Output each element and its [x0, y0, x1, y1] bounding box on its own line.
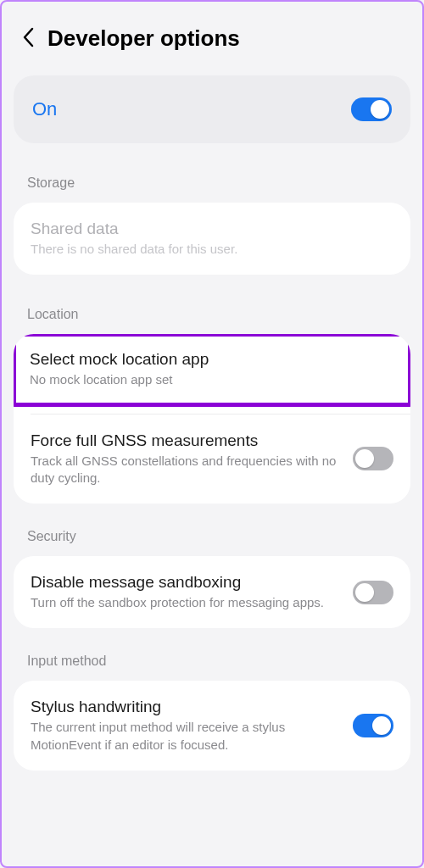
master-toggle[interactable] [351, 97, 392, 121]
mock-location-text: Select mock location app No mock locatio… [30, 350, 394, 388]
section-header-location: Location [2, 278, 422, 331]
toggle-knob [355, 449, 374, 468]
toggle-knob [372, 716, 391, 735]
section-header-security: Security [2, 507, 422, 553]
shared-data-text: Shared data There is no shared data for … [31, 220, 393, 258]
section-header-input: Input method [2, 632, 422, 677]
stylus-title: Stylus handwriting [31, 698, 339, 716]
header: Developer options [2, 2, 422, 69]
stylus-text: Stylus handwriting The current input met… [31, 698, 339, 754]
gnss-toggle[interactable] [353, 447, 393, 470]
location-card: Select mock location app No mock locatio… [14, 334, 410, 504]
shared-data-row[interactable]: Shared data There is no shared data for … [14, 203, 410, 275]
disable-sandbox-row[interactable]: Disable message sandboxing Turn off the … [14, 556, 410, 628]
input-card: Stylus handwriting The current input met… [14, 681, 410, 771]
section-header-storage: Storage [2, 147, 422, 199]
stylus-sub: The current input method will receive a … [31, 719, 339, 754]
gnss-text: Force full GNSS measurements Track all G… [31, 431, 339, 487]
master-toggle-card[interactable]: On [14, 75, 410, 143]
storage-card: Shared data There is no shared data for … [14, 203, 410, 275]
toggle-knob [355, 583, 374, 602]
sandbox-text: Disable message sandboxing Turn off the … [31, 573, 339, 611]
back-icon[interactable] [22, 27, 34, 51]
highlight-box: Select mock location app No mock locatio… [14, 334, 410, 406]
stylus-toggle[interactable] [353, 714, 393, 737]
page-title: Developer options [47, 25, 240, 52]
shared-data-title: Shared data [31, 220, 393, 238]
select-mock-location-row[interactable]: Select mock location app No mock locatio… [16, 337, 408, 402]
force-gnss-row[interactable]: Force full GNSS measurements Track all G… [14, 415, 410, 504]
master-toggle-label: On [32, 98, 57, 120]
sandbox-title: Disable message sandboxing [31, 573, 339, 592]
gnss-title: Force full GNSS measurements [31, 431, 339, 450]
sandbox-sub: Turn off the sandbox protection for mess… [31, 594, 339, 611]
sandbox-toggle[interactable] [353, 581, 393, 604]
gnss-sub: Track all GNSS constellations and freque… [31, 453, 339, 487]
mock-location-sub: No mock location app set [30, 371, 394, 388]
stylus-handwriting-row[interactable]: Stylus handwriting The current input met… [14, 681, 410, 771]
toggle-knob [371, 100, 389, 119]
security-card: Disable message sandboxing Turn off the … [14, 556, 410, 628]
mock-location-title: Select mock location app [30, 350, 394, 369]
shared-data-sub: There is no shared data for this user. [31, 241, 393, 258]
